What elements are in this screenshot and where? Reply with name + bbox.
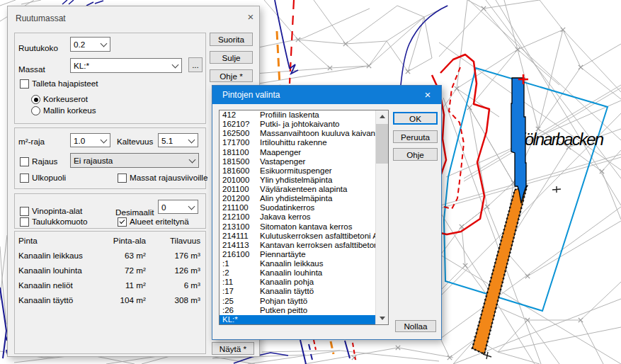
surface-list[interactable]: 412Profiilin laskenta 16210?Putki- ja jo… xyxy=(219,110,389,325)
list-item[interactable]: 213100Sitomaton kantava kerros xyxy=(220,222,377,232)
nayta-button[interactable]: Näytä * xyxy=(212,342,254,355)
alueet-checkbox[interactable] xyxy=(118,217,127,227)
chevron-down-icon xyxy=(188,137,195,144)
desimaalit-select[interactable]: 0 xyxy=(158,200,198,214)
list-item[interactable]: 201000Ylin yhdistelmäpinta xyxy=(220,176,377,185)
rajaus-label: Rajaus xyxy=(32,157,57,166)
close-icon[interactable]: × xyxy=(243,9,258,25)
list-item[interactable]: 201100Väylärakenteen alapinta xyxy=(220,185,377,194)
vinopinta-checkbox[interactable] xyxy=(20,207,29,216)
ruutukoko-select[interactable]: 0.2 xyxy=(70,37,110,52)
table-row: Kanaalin louhinta 72 m² 126 m³ xyxy=(15,266,205,280)
table-header: Pinta Pinta-ala Tilavuus xyxy=(15,236,205,251)
korkeuserot-label: Korkeuserot xyxy=(43,94,88,103)
list-item[interactable]: 216100Piennartäyte xyxy=(220,250,377,259)
chevron-down-icon xyxy=(188,203,195,210)
talleta-label: Talleta hajapisteet xyxy=(32,79,98,88)
surface-list-items: 412Profiilin laskenta 16210?Putki- ja jo… xyxy=(220,110,377,324)
rajaus-mode-select[interactable]: Ei rajausta xyxy=(70,153,199,168)
group-ruutukoko: Ruutukoko 0.2 Massat KL:* ... Talleta ha… xyxy=(14,33,206,124)
dialog-title: Pintojen valinta xyxy=(222,90,280,100)
scroll-down-button[interactable] xyxy=(376,312,388,324)
list-item[interactable]: :11Kanaalin pohja xyxy=(220,278,377,287)
results-rows: Kanaalin leikkaus 63 m² 176 m³ Kanaalin … xyxy=(15,251,205,310)
browse-button[interactable]: ... xyxy=(188,57,203,72)
pintojen-valinta-dialog: Pintojen valinta × 412Profiilin laskenta… xyxy=(212,85,442,340)
kaltevuus-select[interactable]: 5.1 xyxy=(158,133,198,147)
sulje-button[interactable]: Sulje xyxy=(210,51,253,64)
chevron-down-icon xyxy=(172,62,179,69)
ulkopuoli-checkbox[interactable] xyxy=(20,174,29,183)
dialog-titlebar: Pintojen valinta × xyxy=(212,86,441,104)
list-item[interactable]: 171700Irtilouhittu rakenne xyxy=(220,138,377,147)
massat-select[interactable]: KL:* xyxy=(70,58,182,73)
table-row: Kanaalin leikkaus 63 m² 176 m³ xyxy=(15,251,205,266)
nollaa-button[interactable]: Nollaa xyxy=(395,320,436,332)
ok-button[interactable]: OK xyxy=(393,112,438,125)
scroll-up-button[interactable] xyxy=(376,110,388,123)
list-item[interactable]: :17Kanaalin täyttö xyxy=(220,287,377,296)
list-item[interactable]: 214113Kantavan kerroksen asfalttibetoni xyxy=(220,241,377,250)
taulukkomuoto-checkbox[interactable] xyxy=(20,217,29,227)
list-item[interactable]: 181600Esikuormituspenger xyxy=(220,166,377,176)
list-item[interactable]: 201200Alin yhdistelmäpinta xyxy=(220,194,377,203)
ruutukoko-label: Ruutukoko xyxy=(18,43,58,52)
list-item[interactable]: 181500Vastapenger xyxy=(220,157,377,166)
list-item[interactable]: KL:* xyxy=(220,315,377,324)
talleta-checkbox[interactable] xyxy=(20,79,29,89)
list-item[interactable]: :25Pohjan täyttö xyxy=(220,297,377,306)
list-item[interactable]: 162500Massanvaihtoon kuuluva kaivanto xyxy=(220,129,377,138)
mallin-korkeus-label: Mallin korkeus xyxy=(43,106,96,115)
list-item[interactable]: 214111Kulutuskerroksen asfalttibetoni AB xyxy=(220,232,377,241)
list-item[interactable]: :1Kanaalin leikkaus xyxy=(220,259,377,268)
group-results: Pinta Pinta-ala Tilavuus Kanaalin leikka… xyxy=(14,231,206,354)
massat-label: Massat xyxy=(18,64,45,74)
chevron-down-icon xyxy=(101,137,108,144)
list-item[interactable]: :2Kanaalin louhinta xyxy=(220,268,377,278)
scrollbar-thumb[interactable] xyxy=(376,124,388,164)
chevron-down-icon xyxy=(101,40,108,47)
scrollbar[interactable] xyxy=(375,110,388,324)
desimaalit-label: Desimaalit xyxy=(115,207,154,217)
ohje-button[interactable]: Ohje * xyxy=(210,69,253,82)
massat-rajausviivoille-label: Massat rajausviivoille xyxy=(130,173,207,182)
list-item[interactable]: 212100Jakava kerros xyxy=(220,212,377,222)
group-output: Vinopinta-alat Desimaalit 0 Taulukkomuot… xyxy=(14,193,206,229)
table-row: Kanaalin täyttö 104 m² 308 m³ xyxy=(15,295,205,310)
table-row: Kanaalin neliöt 11 m² 6 m³ xyxy=(15,280,205,295)
korkeuserot-radio[interactable] xyxy=(31,95,40,104)
list-item[interactable]: 412Profiilin laskenta xyxy=(220,110,377,120)
close-icon[interactable]: × xyxy=(420,87,435,103)
taulukkomuoto-label: Taulukkomuoto xyxy=(32,217,88,226)
group-rajaus: m²-raja 1.0 Kaltevuus 5.1 Rajaus Ei raja… xyxy=(14,127,206,189)
mallin-korkeus-radio[interactable] xyxy=(31,106,40,115)
list-item[interactable]: 16210?Putki- ja johtokaivanto xyxy=(220,120,377,129)
m2raja-label: m²-raja xyxy=(18,137,45,146)
kaltevuus-label: Kaltevuus xyxy=(117,137,153,146)
list-item[interactable]: :26Putken peitto xyxy=(220,306,377,315)
peruuta-button[interactable]: Peruuta xyxy=(393,130,438,143)
dialog-title: Ruutumassat xyxy=(16,13,66,23)
rajaus-checkbox[interactable] xyxy=(20,157,29,166)
massat-rajausviivoille-checkbox[interactable] xyxy=(118,174,127,183)
list-item[interactable]: 211100Suodatinkerros xyxy=(220,203,377,212)
m2raja-select[interactable]: 1.0 xyxy=(70,133,110,147)
chevron-down-icon xyxy=(189,157,196,164)
vinopinta-label: Vinopinta-alat xyxy=(32,206,82,215)
list-item[interactable]: 181100Maapenger xyxy=(220,148,377,157)
alueet-label: Alueet eriteltynä xyxy=(130,217,189,226)
ohje-button[interactable]: Ohje xyxy=(393,148,438,161)
ulkopuoli-label: Ulkopuoli xyxy=(32,173,66,182)
suorita-button[interactable]: Suorita xyxy=(210,33,253,46)
